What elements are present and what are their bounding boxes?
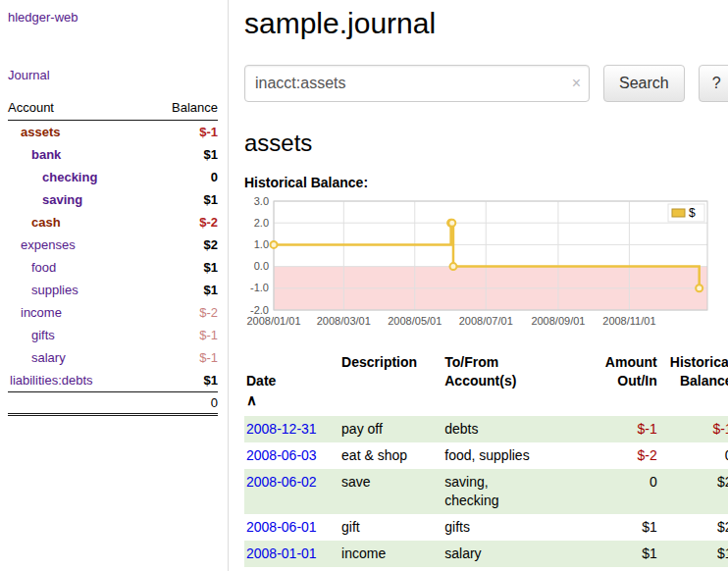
app-window: hledger-web Journal Account Balance asse… (0, 0, 728, 571)
account-row: bank$1 (8, 143, 218, 166)
register-balance: $2 (659, 469, 728, 514)
register-balance: $2 (659, 514, 728, 541)
search-button[interactable]: Search (603, 65, 685, 102)
account-row: liabilities:debts$1 (8, 369, 218, 392)
register-amount: $1 (584, 541, 659, 567)
register-accounts: salary (442, 541, 584, 567)
account-balance: $-1 (146, 324, 218, 346)
register-row: 2008-06-02savesaving, checking0$2 (244, 469, 728, 514)
svg-text:-2.0: -2.0 (250, 304, 269, 316)
register-header-date[interactable]: Date ∧ (244, 351, 339, 416)
register-description: gift (339, 514, 442, 541)
accounts-total-value: 0 (146, 392, 218, 415)
account-link[interactable]: gifts (31, 328, 55, 342)
main-content: sample.journal × Search ? assets Histori… (229, 0, 728, 571)
account-link[interactable]: expenses (21, 237, 76, 252)
sort-ascending-icon[interactable]: ∧ (246, 391, 257, 408)
help-button[interactable]: ? (699, 65, 728, 102)
clear-search-icon[interactable]: × (572, 76, 581, 91)
account-link[interactable]: bank (31, 147, 61, 162)
register-amount: $-1 (584, 416, 659, 442)
svg-text:2008/07/01: 2008/07/01 (459, 315, 513, 327)
register-accounts: food, supplies (442, 442, 584, 469)
accounts-total-spacer (8, 392, 146, 415)
account-balance: $1 (146, 188, 218, 211)
register-description: eat & shop (339, 442, 442, 469)
account-balance: 0 (146, 166, 218, 188)
register-amount: 0 (584, 469, 659, 514)
account-link[interactable]: liabilities:debts (10, 373, 93, 388)
register-description: save (339, 469, 442, 514)
account-link[interactable]: cash (31, 215, 61, 230)
account-balance: $1 (146, 279, 218, 301)
register-balance: 0 (659, 442, 728, 469)
svg-text:$: $ (689, 206, 696, 220)
register-body: 2008-12-31pay offdebts$-1$-12008-06-03ea… (244, 416, 728, 567)
search-input[interactable] (244, 65, 590, 102)
account-link[interactable]: checking (42, 170, 97, 184)
historical-balance-chart: 3.02.01.00.0-1.0-2.02008/01/012008/03/01… (244, 194, 715, 334)
account-balance: $1 (146, 143, 218, 166)
register-date-link[interactable]: 2008-06-01 (246, 519, 317, 535)
account-link[interactable]: supplies (31, 283, 78, 297)
accounts-body: assets$-1bank$1checking0saving$1cash$-2e… (8, 121, 218, 392)
register-balance: $-1 (659, 416, 728, 442)
account-link[interactable]: income (21, 305, 62, 320)
svg-text:2008/01/01: 2008/01/01 (246, 315, 300, 327)
account-row: expenses$2 (8, 234, 218, 256)
account-balance: $2 (146, 234, 218, 256)
page-title: sample.journal (244, 6, 728, 41)
account-row: checking0 (8, 166, 218, 188)
svg-text:1.0: 1.0 (254, 238, 269, 250)
svg-text:2008/09/01: 2008/09/01 (531, 315, 585, 327)
chart-title: Historical Balance: (244, 175, 728, 190)
register-row: 2008-06-03eat & shopfood, supplies$-20 (244, 442, 728, 469)
svg-text:2008/11/01: 2008/11/01 (602, 315, 655, 327)
svg-text:-1.0: -1.0 (250, 282, 269, 293)
app-title-link[interactable]: hledger-web (8, 10, 78, 25)
register-row: 2008-12-31pay offdebts$-1$-1 (244, 416, 728, 442)
register-accounts: debts (442, 416, 584, 442)
account-balance: $1 (146, 256, 218, 279)
svg-text:2.0: 2.0 (254, 217, 269, 229)
register-header-accounts: To/From Account(s) (442, 351, 584, 416)
account-link[interactable]: food (31, 260, 56, 275)
account-link[interactable]: saving (42, 192, 82, 207)
register-date-cell: 2008-06-03 (244, 442, 339, 469)
register-date-cell: 2008-01-01 (244, 541, 339, 567)
accounts-header-balance: Balance (146, 98, 218, 121)
account-balance: $-1 (146, 121, 218, 144)
register-header-balance: Historical Balance (659, 351, 728, 416)
register-date-cell: 2008-06-02 (244, 469, 339, 514)
nav-journal-link[interactable]: Journal (8, 68, 50, 82)
account-row: cash$-2 (8, 211, 218, 234)
account-link[interactable]: salary (31, 350, 66, 365)
register-amount: $-2 (584, 442, 659, 469)
svg-text:2008/05/01: 2008/05/01 (388, 315, 442, 327)
register-amount: $1 (584, 514, 659, 541)
account-row: saving$1 (8, 188, 218, 211)
register-header-date-label: Date (246, 373, 276, 389)
register-date-link[interactable]: 2008-12-31 (246, 421, 317, 437)
account-heading: assets (244, 130, 728, 157)
search-bar: × Search ? (244, 65, 728, 102)
svg-text:0.0: 0.0 (254, 260, 269, 272)
accounts-total-row: 0 (8, 392, 218, 415)
accounts-header-account: Account (8, 98, 146, 121)
account-row: food$1 (8, 256, 218, 279)
account-row: assets$-1 (8, 121, 218, 144)
account-row: supplies$1 (8, 279, 218, 301)
register-balance: $1 (659, 541, 728, 567)
register-date-link[interactable]: 2008-06-03 (246, 447, 317, 463)
register-date-link[interactable]: 2008-01-01 (246, 545, 317, 561)
register-row: 2008-06-01giftgifts$1$2 (244, 514, 728, 541)
sidebar: hledger-web Journal Account Balance asse… (0, 0, 229, 571)
account-balance: $1 (146, 369, 218, 392)
register-row: 2008-01-01incomesalary$1$1 (244, 541, 728, 567)
register-date-link[interactable]: 2008-06-02 (246, 474, 317, 490)
account-link[interactable]: assets (21, 125, 60, 139)
account-balance: $-2 (146, 301, 218, 324)
register-date-cell: 2008-06-01 (244, 514, 339, 541)
svg-text:3.0: 3.0 (254, 195, 269, 207)
accounts-table: Account Balance assets$-1bank$1checking0… (8, 98, 218, 416)
